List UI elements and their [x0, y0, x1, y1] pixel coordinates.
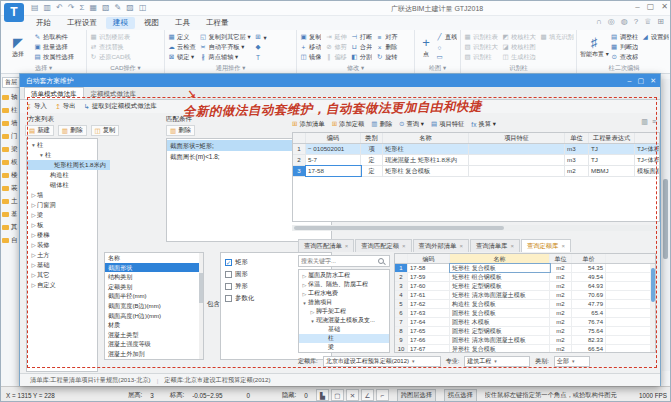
- ribbon-item[interactable]: ▨ 识别柱: [464, 52, 498, 62]
- query-row[interactable]: 10 17-67 异形柱 复合模板 m2 66.54: [395, 345, 655, 353]
- tree-expander-icon[interactable]: ▷: [30, 262, 37, 268]
- query-tab[interactable]: 查询清单库 ×: [470, 239, 520, 252]
- ribbon-item[interactable]: T: [255, 52, 267, 62]
- tab-close-icon[interactable]: ×: [510, 243, 514, 249]
- grid-horizontal-scrollbar[interactable]: [292, 225, 660, 231]
- qat-icon[interactable]: Σ: [80, 3, 85, 12]
- tree-expander-icon[interactable]: ▾: [301, 300, 308, 306]
- rate-library-combo[interactable]: 北京市建设工程预算定额(2012) ▾: [323, 356, 441, 367]
- scheme-tree-item[interactable]: ▷ 楼梯: [27, 230, 97, 240]
- tab-close-icon[interactable]: ×: [561, 243, 565, 249]
- attribute-item[interactable]: 定额类别: [105, 282, 203, 292]
- dialog-maximize-button[interactable]: ▢: [638, 74, 645, 87]
- ribbon-item[interactable]: ◱ 复制到其它层 ▾: [200, 32, 251, 42]
- grid-row[interactable]: 3 17-58 定 矩形柱 复合模板 m2 MBMJ 模板面积: [293, 166, 659, 177]
- query-tab[interactable]: 查询外部清单 ×: [413, 239, 469, 252]
- ribbon-tab[interactable]: 开始: [29, 17, 58, 29]
- statusbar-tool-button[interactable]: ∠: [361, 389, 374, 401]
- query-table-scrollbar[interactable]: [650, 264, 655, 353]
- query-tab[interactable]: 查询匹配清单 ×: [298, 239, 354, 252]
- tree-expander-icon[interactable]: ▷: [30, 232, 37, 238]
- tree-expander-icon[interactable]: ▷: [301, 291, 308, 297]
- scheme-tree-item[interactable]: ▷ 其它: [27, 270, 97, 280]
- attribute-item[interactable]: 截面形状: [105, 263, 203, 273]
- tree-expander-icon[interactable]: ▷: [30, 272, 37, 278]
- titlebar-icon[interactable]: ∩: [596, 17, 602, 26]
- grid-toolbar-button[interactable]: ⊙ 查询 ▾: [399, 120, 424, 129]
- qat-icon[interactable]: ↷: [68, 3, 75, 12]
- scheme-tree-item[interactable]: ▾ 柱: [27, 150, 97, 160]
- ribbon-item[interactable]: ⊞ ▾: [255, 32, 267, 42]
- app-logo[interactable]: T: [4, 3, 24, 22]
- ribbon-item[interactable]: ⊔ 合并: [351, 42, 372, 52]
- scheme-tree-item[interactable]: ▾ 柱: [27, 140, 97, 150]
- nav-tree-item[interactable]: 板: [2, 158, 19, 166]
- attribute-item[interactable]: 截面半径(mm): [105, 291, 203, 301]
- condition-delete-button[interactable]: ▥ 删除: [166, 125, 195, 136]
- scheme-button[interactable]: ▤ 新建: [25, 125, 54, 136]
- ribbon-item[interactable]: ◫ 镜像: [300, 52, 321, 62]
- attribute-item[interactable]: 结构类别: [105, 272, 203, 282]
- ribbon-item[interactable]: ▭: [436, 52, 457, 62]
- ribbon-item[interactable]: ⇄ 查找替换: [90, 42, 131, 52]
- major-combo[interactable]: 建筑工程 ▾: [464, 356, 530, 367]
- tab-close-icon[interactable]: ×: [402, 243, 406, 249]
- ribbon-item[interactable]: × 删除: [376, 42, 397, 52]
- query-row[interactable]: 3 17-60 矩形柱 定型钢模板 m2 64.93: [395, 282, 655, 291]
- ribbon-item[interactable]: ▦ 识别柱表 ▾: [464, 32, 498, 42]
- dialog-tab[interactable]: 定额模式做法库: [84, 87, 144, 99]
- grid-toolbar-button[interactable]: ▤ 项目特征: [431, 120, 464, 129]
- scheme-tree-item[interactable]: ▷ 基础: [27, 260, 97, 270]
- scheme-tree-item[interactable]: 矩形柱周长1.8米内: [27, 160, 110, 170]
- query-row[interactable]: 9 17-66 圆形柱 清水饰面混凝土模板 m2 82.33: [395, 336, 655, 345]
- qat-icon[interactable]: ▤: [31, 3, 39, 12]
- nav-tree-item[interactable]: 柱: [2, 106, 19, 114]
- scheme-tree-item[interactable]: 构造柱: [27, 170, 97, 180]
- ribbon-item[interactable]: ▦ 判断边角柱: [611, 42, 638, 52]
- qat-icon[interactable]: ▦: [89, 3, 97, 12]
- ribbon-tab[interactable]: 视图: [137, 17, 166, 29]
- tree-expander-icon[interactable]: ▷: [30, 212, 37, 218]
- ribbon-item[interactable]: ∥ 偏移: [325, 52, 346, 62]
- grid-toolbar-button[interactable]: fx 换算 ▾: [471, 120, 496, 129]
- search-icon[interactable]: [377, 257, 385, 265]
- tree-expander-icon[interactable]: ▷: [30, 202, 37, 208]
- nav-tree-item[interactable]: 土: [2, 197, 19, 205]
- scheme-tree-item[interactable]: ▷ 土方: [27, 250, 97, 260]
- ribbon-item[interactable]: ▤ 调整柱端头: [611, 32, 638, 42]
- grid-options-icon[interactable]: ≡: [652, 118, 656, 126]
- corner-select-toggle[interactable]: 拐点选择: [444, 389, 477, 402]
- tree-expander-icon[interactable]: ▷: [30, 252, 37, 258]
- ribbon-item[interactable]: ▧ 识别柱大样: [464, 42, 498, 52]
- query-tree-item[interactable]: 基础: [299, 325, 389, 334]
- ribbon-item[interactable]: ▩ 填充识别柱: [540, 32, 574, 42]
- ribbon-item[interactable]: ▣ 复制: [300, 32, 321, 42]
- ribbon-item[interactable]: ⊘ 修剪: [325, 42, 346, 52]
- ribbon-item[interactable]: ∦ 两点辅轴 ▾: [200, 52, 251, 62]
- ribbon-item[interactable]: ▤ 按属性选择: [34, 52, 74, 62]
- query-row[interactable]: 5 17-62 构造柱 复合模板 m2 47.79: [395, 300, 655, 309]
- grid-row[interactable]: 2 5-7 定 现浇混凝土 矩形柱1.8米内 m3 TJ TJ<体积>: [293, 155, 659, 166]
- ribbon-item[interactable]: ◫ 生成柱边线 ▾: [502, 52, 536, 62]
- nav-tree-item[interactable]: 自: [2, 236, 19, 244]
- ribbon-item[interactable]: ▦ 识别楼层表: [90, 32, 131, 42]
- ribbon-item[interactable]: ○: [436, 42, 457, 52]
- scheme-tree-item[interactable]: ▷ 墙: [27, 190, 97, 200]
- ribbon-item[interactable]: ▦ 定义: [168, 32, 196, 42]
- cross-layer-select-toggle[interactable]: 跨图层选择: [397, 389, 436, 402]
- qat-icon[interactable]: ◫: [139, 3, 147, 12]
- attribute-item[interactable]: 混凝土外加剂: [105, 349, 203, 359]
- query-tree-item[interactable]: ▷ 保温、隔热、防腐工程: [299, 280, 389, 289]
- ribbon-item[interactable]: + 移动: [300, 42, 321, 52]
- point-button[interactable]: + 点: [418, 32, 434, 63]
- query-tree-item[interactable]: ▷ 脚手架工程: [299, 307, 389, 316]
- nav-tree-item[interactable]: 其: [2, 223, 19, 231]
- nav-tree-item[interactable]: 装: [2, 184, 19, 192]
- titlebar-icon[interactable]: ◍: [621, 17, 628, 26]
- tree-expander-icon[interactable]: ▾: [309, 318, 316, 324]
- grid-options-icon[interactable]: ▥: [641, 118, 648, 126]
- search-input[interactable]: [299, 258, 377, 264]
- tree-expander-icon[interactable]: ▷: [30, 222, 37, 228]
- scheme-tree-item[interactable]: ▷ 自定义: [27, 280, 97, 290]
- ribbon-item[interactable]: ⊣ 打断: [351, 32, 372, 42]
